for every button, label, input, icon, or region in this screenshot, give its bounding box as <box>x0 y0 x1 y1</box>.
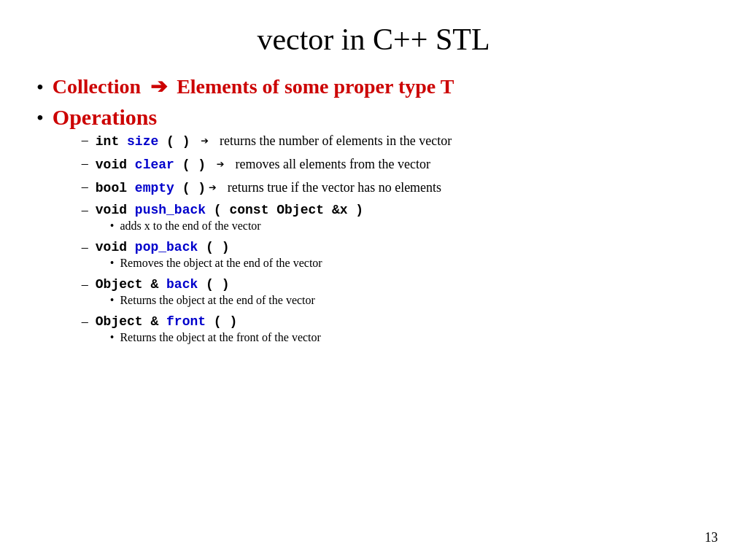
list-item: • Removes the object at the end of the v… <box>110 257 322 270</box>
back-desc: Returns the object at the end of the vec… <box>120 294 314 307</box>
front-desc: Returns the object at the front of the v… <box>120 331 320 344</box>
list-item: – Object & back ( ) • Returns the object… <box>82 277 452 307</box>
operations-label: Operations <box>53 105 157 129</box>
pop-back-bullets: • Removes the object at the end of the v… <box>110 257 322 270</box>
sub-item-back: Object & back ( ) • Returns the object a… <box>96 277 315 307</box>
dash-icon: – <box>82 277 88 292</box>
sub-bullet-icon: • <box>110 294 115 307</box>
sub-bullet-icon: • <box>110 257 115 270</box>
dash-icon: – <box>82 203 88 218</box>
list-item: – void clear ( ) ➔ removes all elements … <box>82 156 452 172</box>
code-back: Object & back ( ) <box>96 277 315 292</box>
back-bullets: • Returns the object at the end of the v… <box>110 294 315 307</box>
page-number: 13 <box>705 530 718 545</box>
push-back-bullets: • adds x to the end of the vector <box>110 219 363 233</box>
push-back-desc: adds x to the end of the vector <box>120 219 260 233</box>
list-item: – bool empty ( )➔ returns true if the ve… <box>82 179 452 195</box>
slide-title: vector in C++ STL <box>36 22 711 57</box>
front-bullets: • Returns the object at the front of the… <box>110 331 321 344</box>
list-item: – void push_back ( const Object &x ) • a… <box>82 203 452 233</box>
dash-icon: – <box>82 240 88 255</box>
code-empty: bool empty ( )➔ returns true if the vect… <box>96 179 441 195</box>
list-item: • Returns the object at the end of the v… <box>110 294 315 307</box>
collection-label: Collection <box>53 75 141 98</box>
list-item: – Object & front ( ) • Returns the objec… <box>82 314 452 344</box>
operations-block: Operations – int size ( ) ➔ returns the … <box>53 105 452 351</box>
bullet-operations: • <box>36 105 44 131</box>
sub-item-clear: void clear ( ) ➔ removes all elements fr… <box>96 156 430 172</box>
slide: vector in C++ STL • Collection ➔ Element… <box>0 0 747 560</box>
collection-arrow: ➔ <box>150 75 167 98</box>
list-item: • Returns the object at the front of the… <box>110 331 321 344</box>
sub-item-empty: bool empty ( )➔ returns true if the vect… <box>96 179 441 195</box>
dash-icon: – <box>82 179 88 195</box>
dash-icon: – <box>82 314 88 330</box>
operations-sub-list: – int size ( ) ➔ returns the number of e… <box>82 133 452 344</box>
list-item-operations: • Operations – int size ( ) ➔ returns th… <box>36 105 711 351</box>
bullet-collection: • <box>36 74 44 101</box>
list-item: – void pop_back ( ) • Removes the object… <box>82 240 452 270</box>
sub-bullet-icon: • <box>110 219 115 233</box>
code-push-back: void push_back ( const Object &x ) <box>96 203 363 217</box>
sub-item-pop-back: void pop_back ( ) • Removes the object a… <box>96 240 322 270</box>
code-clear: void clear ( ) ➔ removes all elements fr… <box>96 156 430 172</box>
sub-item-size: int size ( ) ➔ returns the number of ele… <box>96 133 452 149</box>
dash-icon: – <box>82 156 88 171</box>
list-item-collection: • Collection ➔ Elements of some proper t… <box>36 74 711 101</box>
code-pop-back: void pop_back ( ) <box>96 240 322 254</box>
main-list: • Collection ➔ Elements of some proper t… <box>36 74 711 351</box>
sub-item-push-back: void push_back ( const Object &x ) • add… <box>96 203 363 233</box>
list-item: • adds x to the end of the vector <box>110 219 363 233</box>
list-item: – int size ( ) ➔ returns the number of e… <box>82 133 452 149</box>
collection-description: Elements of some proper type T <box>177 75 454 98</box>
code-front: Object & front ( ) <box>96 314 321 329</box>
collection-line: Collection ➔ Elements of some proper typ… <box>53 74 454 98</box>
sub-bullet-icon: • <box>110 331 115 344</box>
pop-back-desc: Removes the object at the end of the vec… <box>120 257 322 270</box>
dash-icon: – <box>82 133 88 148</box>
code-size: int size ( ) ➔ returns the number of ele… <box>96 133 452 149</box>
sub-item-front: Object & front ( ) • Returns the object … <box>96 314 321 344</box>
